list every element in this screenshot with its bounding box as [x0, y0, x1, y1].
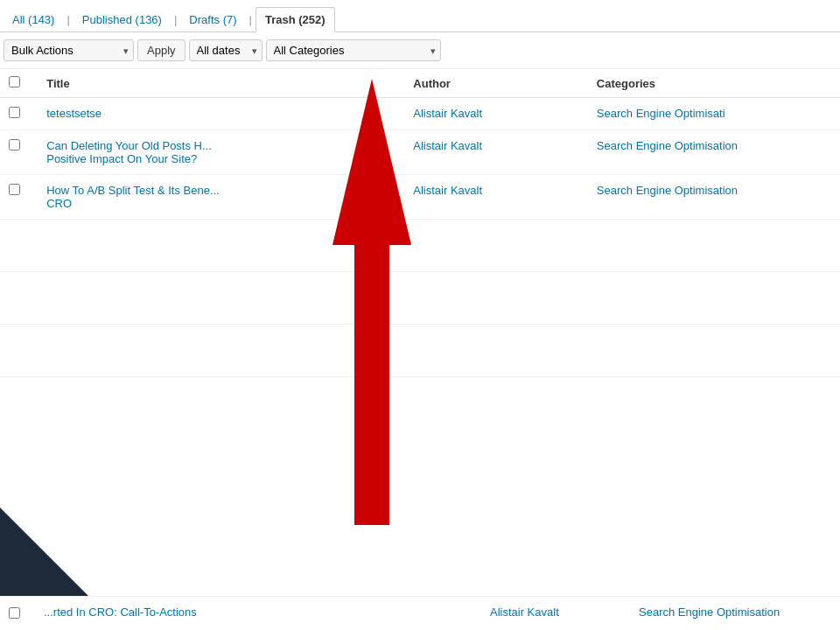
table-row-empty-3	[0, 325, 840, 377]
row-3-category-link[interactable]: Search Engine Optimisation	[597, 184, 738, 197]
title-header[interactable]: Title	[38, 69, 404, 98]
row-1-author-link[interactable]: Alistair Kavalt	[413, 107, 482, 120]
tab-all-count: 143	[32, 13, 51, 26]
author-header[interactable]: Author	[404, 69, 588, 98]
all-categories-select[interactable]: All Categories	[266, 39, 441, 61]
bottom-row-category-link[interactable]: Search Engine Optimisation	[639, 606, 780, 619]
tab-drafts[interactable]: Drafts (7)	[180, 8, 245, 32]
tab-trash-label: Trash	[265, 13, 296, 26]
row-3-checkbox[interactable]	[9, 184, 20, 195]
row-2-category-link[interactable]: Search Engine Optimisation	[597, 139, 738, 152]
row-2-title-link[interactable]: Can Deleting Your Old Posts H...Positive…	[46, 139, 212, 165]
tab-published-count: 136	[139, 13, 158, 26]
row-3-title-cell: How To A/B Split Test & Its Bene...CRO	[38, 175, 404, 220]
row-2-author-link[interactable]: Alistair Kavalt	[413, 139, 482, 152]
all-dates-wrapper: All dates	[189, 39, 262, 61]
row-3-categories-cell: Search Engine Optimisation	[588, 175, 840, 220]
row-3-author-cell: Alistair Kavalt	[404, 175, 588, 220]
table-row-empty-2	[0, 272, 840, 325]
select-all-checkbox[interactable]	[9, 76, 20, 88]
bottom-row-checkbox-area	[9, 606, 35, 621]
row-1-title-cell: tetestsetse	[38, 98, 404, 130]
all-dates-select[interactable]: All dates	[189, 39, 262, 61]
select-all-header	[0, 69, 38, 98]
tab-all-label: All	[12, 13, 24, 26]
all-categories-wrapper: All Categories	[266, 39, 441, 61]
posts-table: Title Author Categories tetestsetse Alis…	[0, 69, 840, 377]
categories-header[interactable]: Categories	[588, 69, 840, 98]
tab-sep-2: |	[174, 13, 177, 26]
page-wrapper: All (143) | Published (136) | Drafts (7)…	[0, 0, 840, 630]
tab-published-label: Published	[82, 13, 132, 26]
row-1-checkbox-cell	[0, 98, 38, 130]
tab-drafts-count: 7	[227, 13, 233, 26]
row-3-checkbox-cell	[0, 175, 38, 220]
bottom-row-categories-cell: Search Engine Optimisation	[639, 606, 831, 619]
tab-trash-count: 252	[303, 13, 322, 26]
row-1-checkbox[interactable]	[9, 107, 20, 118]
tab-bar: All (143) | Published (136) | Drafts (7)…	[0, 0, 840, 32]
toolbar: Bulk Actions Restore Delete Permanently …	[0, 32, 840, 69]
table-row-empty	[0, 220, 840, 272]
row-2-categories-cell: Search Engine Optimisation	[588, 130, 840, 175]
tab-trash[interactable]: Trash (252)	[256, 7, 335, 32]
table-row: tetestsetse Alistair Kavalt Search Engin…	[0, 98, 840, 130]
row-3-author-link[interactable]: Alistair Kavalt	[413, 184, 482, 197]
row-3-title-link[interactable]: How To A/B Split Test & Its Bene...CRO	[46, 184, 220, 210]
row-1-author-cell: Alistair Kavalt	[404, 98, 588, 130]
table-row: Can Deleting Your Old Posts H...Positive…	[0, 130, 840, 175]
row-2-checkbox[interactable]	[9, 139, 20, 150]
row-2-title-cell: Can Deleting Your Old Posts H...Positive…	[38, 130, 404, 175]
row-2-checkbox-cell	[0, 130, 38, 175]
bottom-row-author-link[interactable]: Alistair Kavalt	[490, 606, 559, 619]
bottom-partial-row: ...rted In CRO: Call-To-Actions Alistair…	[0, 596, 840, 630]
row-1-category-link[interactable]: Search Engine Optimisati	[597, 107, 725, 120]
bottom-row-title-link[interactable]: ...rted In CRO: Call-To-Actions	[44, 606, 197, 619]
tab-sep-1: |	[66, 13, 69, 26]
row-2-author-cell: Alistair Kavalt	[404, 130, 588, 175]
row-1-title-link[interactable]: tetestsetse	[46, 107, 102, 120]
bottom-row-title-cell: ...rted In CRO: Call-To-Actions	[44, 606, 481, 619]
tab-drafts-label: Drafts	[189, 13, 220, 26]
row-1-categories-cell: Search Engine Optimisati	[588, 98, 840, 130]
tab-all[interactable]: All (143)	[4, 8, 63, 32]
tab-sep-3: |	[249, 13, 252, 26]
bottom-row-author-cell: Alistair Kavalt	[490, 606, 630, 619]
apply-button[interactable]: Apply	[137, 39, 186, 61]
table-row: How To A/B Split Test & Its Bene...CRO A…	[0, 175, 840, 220]
bulk-actions-wrapper: Bulk Actions Restore Delete Permanently	[4, 39, 134, 61]
tab-published[interactable]: Published (136)	[74, 8, 171, 32]
bulk-actions-select[interactable]: Bulk Actions Restore Delete Permanently	[4, 39, 134, 61]
bottom-row-checkbox[interactable]	[9, 607, 20, 619]
